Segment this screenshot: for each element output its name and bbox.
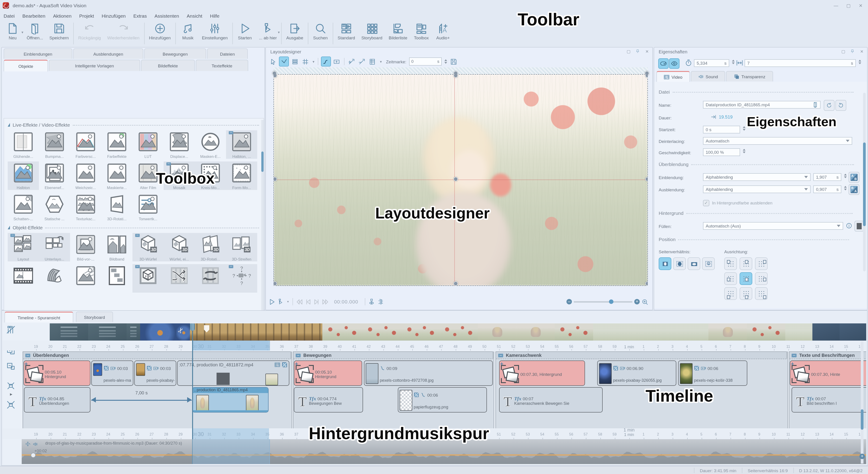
effect-item-maskene[interactable]: Masken-E... bbox=[195, 130, 226, 159]
effect-item-3drotati[interactable]: 3D3D-Rotati... bbox=[195, 233, 226, 261]
toolbar-button-speichern[interactable]: Speichern bbox=[46, 21, 72, 40]
timeline-tab-spuransicht[interactable]: Timeline - Spuransicht bbox=[4, 312, 73, 323]
einblendung-dropdown[interactable]: Alphablending bbox=[703, 173, 811, 181]
aspect-ratio-button-2[interactable] bbox=[673, 257, 686, 270]
scrollbar-thumb[interactable] bbox=[861, 409, 864, 430]
filmstrip-slide[interactable] bbox=[839, 323, 866, 340]
track-item-text[interactable]: TTfx00:07Bild beschriften I bbox=[792, 387, 866, 413]
menu-item-aktionen[interactable]: Aktionen bbox=[53, 13, 72, 19]
marker-eye-icon[interactable] bbox=[369, 298, 375, 305]
filmstrip-slide[interactable] bbox=[402, 323, 439, 340]
effect-item[interactable] bbox=[70, 264, 101, 293]
fade-to-background-checkbox[interactable]: ✓In Hintergrundfarbe ausblenden bbox=[703, 198, 772, 206]
filmstrip-slide[interactable] bbox=[747, 323, 785, 340]
float-panel-icon[interactable]: ▢ bbox=[841, 49, 845, 54]
next-frame-icon[interactable] bbox=[313, 298, 320, 305]
track-item-hintergrund[interactable]: +00:07.30, Hintergrund bbox=[499, 360, 585, 386]
aspect-ratio-button-3[interactable] bbox=[688, 257, 700, 270]
effect-item-maskierte[interactable]: Maskierte... bbox=[101, 161, 132, 190]
menu-item-bearbeiten[interactable]: Bearbeiten bbox=[22, 13, 45, 19]
effect-item[interactable] bbox=[39, 264, 70, 293]
duration-spinner[interactable]: 5,334s bbox=[694, 59, 729, 67]
close-panel-icon[interactable]: ✕ bbox=[645, 49, 649, 54]
filmstrip-slide[interactable] bbox=[670, 323, 708, 340]
align-button-0-2[interactable] bbox=[755, 257, 768, 270]
toolbar-button-suchen[interactable]: Suchen bbox=[310, 21, 331, 40]
toolbar-button-öffnen[interactable]: Öffnen... bbox=[24, 21, 46, 40]
toolbox-tab-bildeffekte[interactable]: Bildeffekte bbox=[141, 60, 195, 71]
pin-icon[interactable] bbox=[636, 49, 640, 53]
curve-tool[interactable] bbox=[321, 57, 331, 66]
align-button-0-1[interactable] bbox=[740, 257, 752, 270]
ausblendung-spin-buttons[interactable] bbox=[844, 186, 847, 190]
toolbar-button-audio+[interactable]: AAudio+ bbox=[432, 21, 454, 40]
time-ruler[interactable]: 1920212223242526272829303132333435363738… bbox=[3, 340, 866, 351]
properties-tab-video[interactable]: Video bbox=[656, 71, 690, 82]
filmstrip-slide[interactable] bbox=[88, 323, 127, 340]
effect-item-statische[interactable]: Statische ... bbox=[39, 193, 70, 221]
menu-item-hinzufgen[interactable]: Hinzufügen bbox=[102, 13, 126, 19]
einblendung-time-spinner[interactable]: 1,907s bbox=[813, 173, 841, 181]
toolbar-button-musik[interactable]: Musik bbox=[177, 21, 199, 40]
collapse-group-icon[interactable]: – bbox=[296, 353, 301, 357]
duration-spin-buttons[interactable] bbox=[732, 60, 735, 64]
aspect-ratio-button-1[interactable] bbox=[659, 257, 671, 270]
collapse-group-icon[interactable]: – bbox=[25, 353, 30, 357]
show-ruler-icon[interactable] bbox=[377, 298, 384, 305]
ausblendung-dropdown[interactable]: Alphablending bbox=[703, 185, 811, 193]
playhead-line[interactable] bbox=[192, 323, 193, 439]
effect-item-texturkac[interactable]: Texturkac... bbox=[70, 193, 101, 221]
track-group-header[interactable]: –Bewegungen bbox=[293, 351, 493, 359]
timeline-v-zoom-in-icon[interactable]: + bbox=[860, 454, 865, 459]
preview-zoom-in-icon[interactable]: + bbox=[634, 299, 640, 304]
reload-file-button[interactable] bbox=[824, 100, 835, 111]
dropdown-caret-icon[interactable]: ▼ bbox=[379, 60, 382, 63]
effect-item-schatten[interactable]: Schatten-... bbox=[8, 193, 39, 221]
track-item-clip[interactable]: AB00:03pexels-pixabay- bbox=[134, 360, 176, 386]
effect-item[interactable]: – bbox=[132, 264, 164, 293]
selection-handle[interactable] bbox=[454, 281, 458, 286]
toolbox-tab-ausblendungen[interactable]: Ausblendungen bbox=[73, 49, 143, 59]
effect-item-tonwertk[interactable]: Tonwertk... bbox=[132, 193, 164, 221]
toolbar-button-wiederherstellen[interactable]: Wiederherstellen bbox=[104, 21, 143, 40]
track-item-clip[interactable]: AB00:06.90pexels-pixabay-326055.jpg bbox=[597, 360, 676, 386]
preview-zoom-thumb[interactable] bbox=[609, 299, 614, 304]
timeline-v-scrollbar[interactable] bbox=[861, 342, 864, 464]
minimize-icon[interactable]: — bbox=[834, 3, 838, 8]
effect-item[interactable] bbox=[164, 264, 195, 293]
properties-tab-sound[interactable]: Sound bbox=[691, 71, 725, 81]
toolbar-button-rückgängig[interactable]: Rückgängig bbox=[75, 21, 104, 40]
track-arrow-icon[interactable]: ▶ bbox=[10, 393, 12, 396]
zeitmarke-input[interactable]: 0s bbox=[409, 57, 442, 66]
playhead-grip[interactable] bbox=[190, 323, 195, 331]
toolbox-tab-intelligente-vorlagen[interactable]: Intelligente Vorlagen bbox=[49, 60, 140, 71]
effect-item-3dstreifen[interactable]: 3D3D-Streifen bbox=[226, 233, 257, 261]
startzeit-spinner-spin-buttons[interactable] bbox=[743, 126, 745, 131]
menu-item-datei[interactable]: Datei bbox=[4, 13, 15, 19]
timeline-tab-storyboard[interactable]: Storyboard bbox=[76, 312, 113, 322]
volume-handle[interactable] bbox=[31, 453, 36, 458]
track-item-hintergrund[interactable]: +00:05.10Hintergrund bbox=[294, 360, 362, 386]
toolbar-button-abhier[interactable]: ... ab hier▼ bbox=[256, 21, 280, 40]
close-icon[interactable]: ✕ bbox=[859, 3, 863, 8]
save-timemark-icon[interactable] bbox=[450, 58, 457, 65]
effect-item-farbeffekte[interactable]: Farbeffekte bbox=[101, 130, 132, 159]
effect-item[interactable] bbox=[101, 264, 132, 293]
toolbox-tab-einblendungen[interactable]: Einblendungen bbox=[4, 49, 72, 59]
check-tool[interactable] bbox=[279, 57, 289, 66]
fuellen-dropdown[interactable]: Automatisch (Aus) bbox=[703, 222, 843, 230]
effect-item-halbton[interactable]: –Halbton, ... bbox=[226, 130, 257, 159]
geschwindigkeit-spinner[interactable]: 100,00 % bbox=[703, 148, 740, 156]
filmstrip-slide[interactable] bbox=[516, 323, 555, 340]
toolbar-button-storyboard[interactable]: Storyboard bbox=[358, 21, 385, 40]
track-item-clip[interactable]: AB00:03pexels-alex-ma bbox=[91, 360, 133, 386]
filmstrip-slide[interactable] bbox=[305, 323, 322, 340]
toolbox-scrollbar[interactable] bbox=[261, 120, 264, 337]
float-panel-icon[interactable]: ▢ bbox=[627, 49, 630, 54]
effect-item-weichzeic[interactable]: Weichzeic... bbox=[70, 161, 101, 190]
rows-tool[interactable] bbox=[290, 57, 299, 66]
expand-plus-icon[interactable]: + bbox=[295, 361, 298, 366]
filmstrip-slide[interactable] bbox=[708, 323, 747, 340]
track-item-clip[interactable]: AB00:06pexels-nejc-košir-338 bbox=[678, 360, 747, 386]
selection-handle[interactable] bbox=[454, 177, 458, 181]
